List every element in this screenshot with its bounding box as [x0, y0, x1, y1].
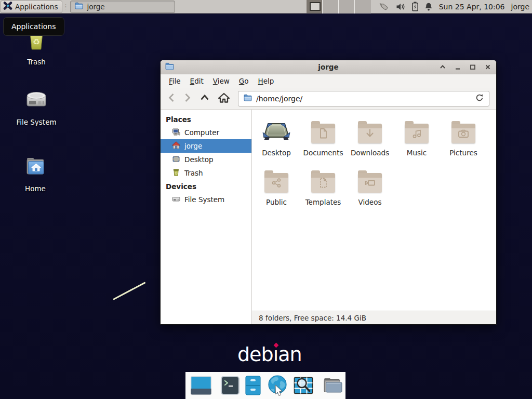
path-input[interactable]: [256, 95, 471, 103]
sidebar-item-label: Computer: [184, 128, 219, 137]
desktop-icon-file-system[interactable]: File System: [11, 87, 61, 126]
window-body: Places Computer: [161, 110, 496, 324]
applications-menu-button[interactable]: Applications: [1, 1, 62, 13]
svg-text:♻: ♻: [33, 37, 40, 47]
panel-clock[interactable]: Sun 25 Apr, 10:06: [439, 3, 505, 11]
forward-icon[interactable]: [183, 92, 192, 105]
sidebar-item-jorge[interactable]: jorge: [161, 139, 251, 153]
sidebar-item-desktop[interactable]: Desktop: [161, 153, 251, 166]
menu-edit[interactable]: Edit: [185, 75, 208, 87]
home-icon[interactable]: [218, 92, 230, 105]
close-button[interactable]: [484, 63, 491, 71]
window-titlebar[interactable]: jorge: [161, 60, 496, 74]
shade-button[interactable]: [439, 63, 446, 71]
menu-file[interactable]: File: [164, 75, 185, 87]
blue-folder-icon: [244, 94, 252, 103]
up-icon[interactable]: [200, 92, 210, 105]
hard-drive-icon: [24, 87, 49, 114]
folder-item-desktop[interactable]: Desktop: [253, 116, 300, 165]
debian-wordmark: debıan: [237, 343, 302, 366]
wordmark-right: an: [278, 343, 301, 366]
folder-item-documents[interactable]: Documents: [300, 116, 347, 165]
folder-item-templates[interactable]: Templates: [300, 165, 347, 215]
folder-item-downloads[interactable]: Downloads: [347, 116, 393, 165]
sidebar-item-trash[interactable]: Trash: [161, 166, 251, 180]
folder-label: Public: [266, 198, 287, 206]
sidebar-item-label: File System: [184, 195, 224, 204]
system-tray: [378, 2, 433, 12]
dock: [185, 372, 345, 399]
folder-item-pictures[interactable]: Pictures: [440, 116, 487, 165]
blue-folder-icon: [75, 2, 83, 11]
desktop-icon-home[interactable]: Home: [10, 154, 60, 193]
wordmark-i: ı: [273, 343, 278, 366]
maximize-button[interactable]: [469, 63, 476, 71]
menubar: File Edit View Go Help: [161, 74, 496, 88]
menu-help[interactable]: Help: [254, 75, 279, 87]
taskbar-window-button[interactable]: jorge: [70, 1, 175, 13]
minimize-button[interactable]: [454, 63, 461, 71]
toolbar: [161, 88, 496, 110]
desktop-icon-label: Home: [25, 184, 46, 193]
home-folder-icon: [23, 154, 48, 181]
workspace-3[interactable]: [339, 0, 355, 14]
workspace-pager: [307, 0, 371, 14]
folder-label: Videos: [358, 198, 382, 206]
menu-go[interactable]: Go: [234, 75, 254, 87]
sidebar-item-label: Desktop: [184, 155, 214, 164]
window-controls: [439, 63, 491, 71]
panel-handle[interactable]: ::: [63, 2, 68, 12]
panel-username: jorge: [511, 3, 529, 11]
folder-launcher[interactable]: [322, 376, 343, 395]
folder-item-videos[interactable]: Videos: [347, 165, 393, 215]
share-glyph: [271, 178, 282, 190]
pager-window-thumbnail: [310, 2, 321, 11]
folder-label: Music: [407, 149, 427, 157]
sidebar: Places Computer: [161, 110, 252, 324]
sidebar-item-computer[interactable]: Computer: [161, 126, 251, 139]
taskbar-window-label: jorge: [87, 3, 104, 11]
user-home-icon: [172, 141, 180, 151]
applications-tooltip: Applications: [3, 17, 64, 36]
tan-folder-icon: [451, 124, 475, 143]
notifications-bell-icon[interactable]: [424, 2, 433, 11]
folder-label: Documents: [303, 149, 343, 157]
workspace-2[interactable]: [323, 0, 339, 14]
folder-label: Downloads: [351, 149, 389, 157]
workspace-1[interactable]: [307, 0, 323, 14]
applications-menu-label: Applications: [15, 3, 58, 11]
show-desktop-button[interactable]: [190, 376, 212, 395]
sidebar-item-file-system[interactable]: File System: [161, 193, 251, 206]
tan-folder-icon: [358, 173, 382, 193]
path-bar[interactable]: [238, 91, 489, 107]
files-area: Desktop Documents: [252, 110, 496, 311]
battery-icon[interactable]: [411, 2, 419, 11]
desktop-icon: [172, 155, 180, 165]
reload-icon[interactable]: [475, 94, 484, 104]
stylus-pen-icon[interactable]: [378, 2, 390, 12]
volume-icon[interactable]: [396, 3, 406, 11]
file-cabinet-launcher[interactable]: [244, 375, 262, 396]
folder-label: Templates: [305, 198, 341, 206]
desktop-surface-icon: [262, 121, 291, 144]
web-browser-launcher[interactable]: [266, 374, 289, 397]
application-finder-launcher[interactable]: [293, 375, 314, 396]
menu-view[interactable]: View: [208, 75, 234, 87]
workspace-4[interactable]: [355, 0, 371, 14]
wordmark-left: deb: [237, 343, 273, 366]
tan-folder-icon: [311, 173, 335, 193]
folder-label: Desktop: [262, 149, 291, 157]
terminal-launcher[interactable]: [220, 376, 240, 395]
top-panel: Applications :: jorge: [0, 0, 532, 14]
folder-item-music[interactable]: Music: [393, 116, 440, 165]
sidebar-item-label: Trash: [184, 169, 203, 177]
file-manager-window: jorge File Edit View Go Help: [160, 60, 497, 325]
statusbar: 8 folders, Free space: 14.4 GiB: [252, 311, 496, 324]
download-arrow-glyph: [365, 128, 375, 141]
sidebar-devices-header: Devices: [161, 180, 251, 193]
back-icon[interactable]: [167, 92, 176, 105]
folder-label: Pictures: [449, 149, 477, 157]
folder-item-public[interactable]: Public: [253, 165, 300, 215]
tan-folder-icon: [264, 173, 288, 193]
statusbar-text: 8 folders, Free space: 14.4 GiB: [259, 314, 366, 322]
